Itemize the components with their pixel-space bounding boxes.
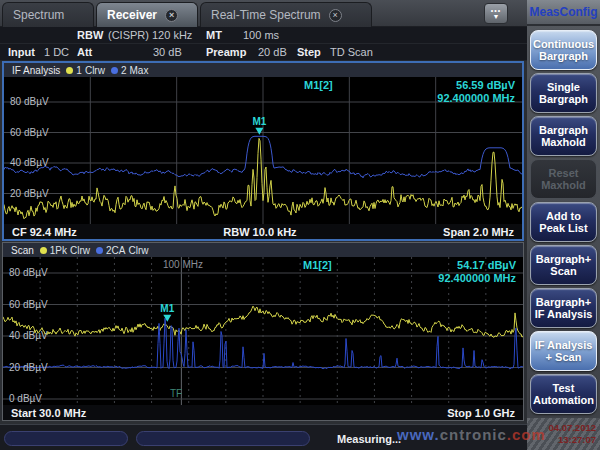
att-value[interactable]: 30 dB	[153, 46, 182, 58]
tab-label: Spectrum	[13, 8, 64, 22]
blue-trace-dot-icon	[111, 67, 118, 74]
measuring-status: Measuring...	[337, 433, 401, 445]
att-label: Att	[77, 46, 92, 58]
center-frequency[interactable]: CF 92.4 MHz	[12, 226, 77, 238]
rbw-label: RBW	[77, 29, 103, 41]
if-analysis-header[interactable]: IF Analysis 1 Clrw 2 Max	[4, 63, 522, 77]
span-readout[interactable]: Span 2.0 MHz	[443, 226, 514, 238]
settings-bar: RBW (CISPR) 120 kHz MT 100 ms Input 1 DC…	[0, 27, 527, 61]
y-tick-60: 60 dBµV	[10, 127, 49, 138]
instrument-screen: Spectrum Receiver × Real-Time Spectrum ×…	[0, 0, 600, 450]
tab-receiver[interactable]: Receiver ×	[96, 2, 198, 27]
trace2-tag[interactable]: 2CA Clrw	[96, 245, 148, 256]
window-title: Scan	[11, 245, 34, 256]
preamp-value[interactable]: 20 dB	[258, 46, 287, 58]
scan-header[interactable]: Scan 1Pk Clrw 2CA Clrw	[3, 243, 523, 257]
settings-row-2: Input 1 DC Att 30 dB Preamp 20 dB Step T…	[0, 44, 527, 61]
blue-trace-dot-icon	[96, 247, 103, 254]
mt-value[interactable]: 100 ms	[243, 29, 279, 41]
softkey-single-bargraph[interactable]: Single Bargraph	[530, 73, 597, 113]
date-value: 04.07.2012	[548, 422, 596, 434]
softkey-if-analysis-scan[interactable]: IF Analysis + Scan	[530, 331, 597, 371]
if-analysis-window: IF Analysis 1 Clrw 2 Max M1 80 dBµV 60 d…	[2, 61, 524, 241]
settings-row-1: RBW (CISPR) 120 kHz MT 100 ms	[0, 27, 527, 44]
marker-level: 54.17 dBµV	[438, 259, 516, 272]
softkey-reset-maxhold: Reset Maxhold	[530, 159, 597, 199]
stop-frequency[interactable]: Stop 1.0 GHz	[447, 407, 515, 419]
softkey-menu-title: MeasConfig	[527, 0, 600, 26]
if-analysis-footer: CF 92.4 MHz RBW 10.0 kHz Span 2.0 MHz	[4, 224, 522, 239]
marker-name: M1[2]	[304, 79, 333, 91]
softkey-bargraph-if-analysis[interactable]: Bargraph+ IF Analysis	[530, 288, 597, 328]
y-tick-40: 40 dBµV	[10, 157, 49, 168]
close-icon[interactable]: ×	[329, 9, 342, 22]
rbw-value[interactable]: (CISPR) 120 kHz	[108, 29, 192, 41]
marker-frequency: 92.400000 MHz	[438, 272, 516, 285]
y-tick-40: 40 dBµV	[9, 330, 48, 341]
yellow-trace-dot-icon	[40, 247, 47, 254]
close-icon[interactable]: ×	[165, 9, 178, 22]
tab-spectrum[interactable]: Spectrum	[2, 2, 94, 27]
preamp-label: Preamp	[206, 46, 246, 58]
status-field-2	[136, 431, 310, 446]
softkey-bargraph-maxhold[interactable]: Bargraph Maxhold	[530, 116, 597, 156]
scan-window: Scan 1Pk Clrw 2CA Clrw M1 100 MHz TF 80 …	[2, 242, 524, 421]
y-tick-60: 60 dBµV	[9, 299, 48, 310]
softkey-sidebar: MeasConfig Continuous Bargraph Single Ba…	[527, 0, 600, 450]
if-analysis-chart[interactable]: M1 80 dBµV 60 dBµV 40 dBµV 20 dBµV M1[2]…	[4, 77, 522, 227]
softkey-add-to-peak-list[interactable]: Add to Peak List	[530, 202, 597, 242]
softkey-continuous-bargraph[interactable]: Continuous Bargraph	[530, 30, 597, 70]
tab-realtime-spectrum[interactable]: Real-Time Spectrum ×	[200, 2, 372, 27]
tab-label: Real-Time Spectrum	[211, 8, 321, 22]
tab-bar: Spectrum Receiver × Real-Time Spectrum ×…	[0, 0, 527, 27]
transducer-label: TF	[153, 388, 199, 399]
marker-readout: 54.17 dBµV 92.400000 MHz	[438, 259, 516, 285]
marker-name: M1[2]	[303, 259, 332, 271]
scan-footer: Start 30.0 MHz Stop 1.0 GHz	[3, 405, 523, 420]
trace1-tag[interactable]: 1Pk Clrw	[40, 245, 90, 256]
window-title: IF Analysis	[12, 65, 60, 76]
step-value[interactable]: TD Scan	[330, 46, 373, 58]
svg-text:M1: M1	[160, 303, 174, 314]
y-tick-80: 80 dBµV	[10, 96, 49, 107]
chevron-down-icon: ▼	[493, 13, 500, 20]
watermark: www.cntronic.com	[397, 426, 546, 443]
scan-chart[interactable]: M1 100 MHz TF 80 dBµV 60 dBµV 40 dBµV 20…	[3, 257, 523, 406]
input-label: Input	[8, 46, 35, 58]
trace1-tag[interactable]: 1 Clrw	[66, 65, 105, 76]
yellow-trace-dot-icon	[66, 67, 73, 74]
marker-frequency: 92.400000 MHz	[437, 92, 515, 105]
time-value: 13:27:07	[558, 434, 596, 446]
status-field-1	[4, 431, 128, 446]
freq-gridline-label: 100 MHz	[153, 259, 213, 270]
mt-label: MT	[206, 29, 222, 41]
svg-text:M1: M1	[252, 116, 266, 127]
trace2-tag[interactable]: 2 Max	[111, 65, 148, 76]
marker-readout: 56.59 dBµV 92.400000 MHz	[437, 79, 515, 105]
tab-label: Receiver	[107, 8, 157, 22]
step-label: Step	[297, 46, 321, 58]
tab-overflow-button[interactable]: ••• ▼	[484, 3, 508, 24]
marker-level: 56.59 dBµV	[437, 79, 515, 92]
y-tick-20: 20 dBµV	[9, 362, 48, 373]
y-tick-80: 80 dBµV	[9, 267, 48, 278]
y-tick-20: 20 dBµV	[10, 188, 49, 199]
rbw-readout[interactable]: RBW 10.0 kHz	[77, 226, 443, 238]
start-frequency[interactable]: Start 30.0 MHz	[11, 407, 86, 419]
softkey-test-automation[interactable]: Test Automation	[530, 374, 597, 414]
softkey-bargraph-scan[interactable]: Bargraph+ Scan	[530, 245, 597, 285]
y-tick-0: 0 dBµV	[9, 393, 42, 404]
input-value[interactable]: 1 DC	[44, 46, 69, 58]
